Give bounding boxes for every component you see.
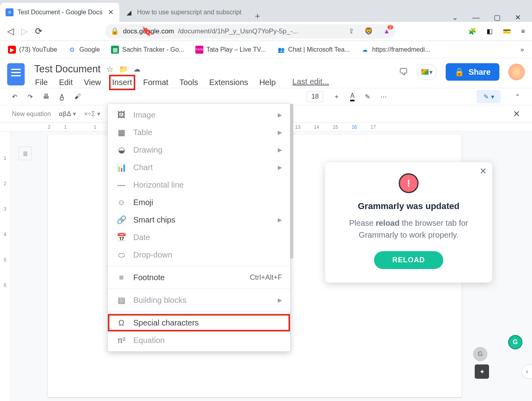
docs-logo-icon[interactable] xyxy=(7,63,25,85)
move-icon[interactable]: 📁 xyxy=(119,65,128,74)
font-size-inc-icon[interactable]: ＋ xyxy=(333,93,340,101)
forward-icon[interactable]: ▷ xyxy=(21,26,28,37)
menu-icon[interactable]: ≡ xyxy=(521,28,525,35)
menu-item-dropdown[interactable]: ⬭Drop-down xyxy=(108,246,290,263)
sidepanel-icon[interactable]: ◧ xyxy=(487,27,493,35)
outline-toggle-icon[interactable]: ≣ xyxy=(18,147,32,160)
vertical-ruler[interactable]: 123456 xyxy=(0,132,10,401)
document-title[interactable]: Test Document xyxy=(34,63,101,75)
bookmarks-bar: ▶(73) YouTube GGoogle ▦Sachin Tracker - … xyxy=(0,41,532,58)
menu-item-footnote[interactable]: ≡FootnoteCtrl+Alt+F xyxy=(108,269,290,286)
menu-extensions[interactable]: Extensions xyxy=(209,77,249,88)
menu-item-equation[interactable]: π²Equation xyxy=(108,331,290,349)
omega-icon: Ω xyxy=(117,318,126,327)
docs-favicon: ≡ xyxy=(6,8,14,16)
menu-file[interactable]: File xyxy=(34,77,49,88)
bookmark-tataplay[interactable]: TATATata Play – Live TV... xyxy=(195,46,266,54)
more-icon[interactable]: ⋯ xyxy=(380,93,387,101)
close-equation-toolbar-icon[interactable]: ✕ xyxy=(513,109,520,119)
account-avatar[interactable] xyxy=(508,64,525,80)
menu-item-image[interactable]: 🖼Image▶ xyxy=(108,106,290,124)
chevron-right-icon: ▶ xyxy=(278,129,282,136)
extensions-icon[interactable]: 🧩 xyxy=(468,27,476,35)
brave-shield-icon[interactable]: 🦁 xyxy=(364,27,373,35)
bookmarks-overflow-icon[interactable]: » xyxy=(520,46,524,53)
print-icon[interactable]: 🖶 xyxy=(43,93,49,100)
dropdown-icon: ⬭ xyxy=(117,250,126,260)
date-icon: 📅 xyxy=(117,232,126,242)
operators-menu[interactable]: ×÷Σ ▾ xyxy=(84,110,100,118)
close-icon[interactable]: ✕ xyxy=(108,8,114,17)
chevron-right-icon: ▶ xyxy=(278,217,282,223)
grammarly-fab-icon[interactable]: G xyxy=(508,335,522,349)
maximize-icon[interactable]: ▢ xyxy=(494,13,501,22)
last-edit-link[interactable]: Last edit... xyxy=(292,77,329,88)
menu-tools[interactable]: Tools xyxy=(179,77,199,88)
meet-button[interactable]: ▾ xyxy=(417,64,437,80)
spellcheck-icon[interactable]: A̲ xyxy=(60,93,64,101)
menu-item-emoji[interactable]: ☺Emoji xyxy=(108,194,290,211)
greek-letters-menu[interactable]: αβΔ ▾ xyxy=(59,110,76,118)
lock-icon: 🔒 xyxy=(111,27,119,35)
bookmark-icon[interactable]: 🔖 xyxy=(142,26,152,37)
menu-separator xyxy=(108,266,290,266)
redo-icon[interactable]: ↷ xyxy=(27,93,33,101)
back-icon[interactable]: ◁ xyxy=(7,26,14,37)
reload-icon[interactable]: ⟳ xyxy=(35,26,42,37)
new-tab-button[interactable]: ＋ xyxy=(250,10,265,22)
share-button[interactable]: 🔒Share xyxy=(446,63,499,81)
text-color-icon[interactable]: A xyxy=(350,92,355,101)
paint-format-icon[interactable]: 🖌 xyxy=(74,93,81,100)
menu-item-building-blocks[interactable]: ▤Building blocks▶ xyxy=(108,291,290,309)
reload-button[interactable]: RELOAD xyxy=(374,251,443,269)
minimize-icon[interactable]: — xyxy=(472,14,479,22)
menu-edit[interactable]: Edit xyxy=(58,77,73,88)
bookmark-google[interactable]: GGoogle xyxy=(68,46,100,54)
shortcut-label: Ctrl+Alt+F xyxy=(250,273,282,282)
menu-view[interactable]: View xyxy=(83,77,102,88)
footnote-icon: ≡ xyxy=(117,273,126,282)
menu-item-table[interactable]: ▦Table▶ xyxy=(108,124,290,141)
menu-item-special-characters[interactable]: ΩSpecial characters xyxy=(108,314,290,331)
collapse-toolbar-icon[interactable]: ⌃ xyxy=(515,93,520,101)
chevron-down-icon: ▾ xyxy=(491,93,494,101)
bookmark-sheets[interactable]: ▦Sachin Tracker - Go... xyxy=(111,46,184,54)
bookmark-onedrive[interactable]: ☁https://framedmedi... xyxy=(361,46,430,54)
cloud-status-icon[interactable]: ☁ xyxy=(133,65,140,74)
menu-item-drawing[interactable]: ◒Drawing▶ xyxy=(108,141,290,159)
menu-bar: File Edit View Insert Format Tools Exten… xyxy=(34,77,329,88)
bookmark-youtube[interactable]: ▶(73) YouTube xyxy=(8,46,57,54)
window-controls: ⌄ — ▢ ✕ xyxy=(452,13,532,22)
bookmark-teams[interactable]: 👥Chat | Microsoft Tea... xyxy=(277,46,350,54)
alert-icon: ! xyxy=(399,173,419,193)
menu-insert[interactable]: Insert xyxy=(111,77,133,88)
tab-active[interactable]: ≡ Test Document - Google Docs ✕ xyxy=(0,3,119,22)
undo-icon[interactable]: ↶ xyxy=(12,93,17,101)
grammarly-popup: ✕ ! Grammarly was updated Please reload … xyxy=(325,162,492,283)
wallet-icon[interactable]: 💳 xyxy=(503,27,511,35)
tab-inactive[interactable]: ◢ How to use superscript and subscript xyxy=(119,3,247,22)
new-equation-button[interactable]: New equation xyxy=(12,110,51,118)
menu-help[interactable]: Help xyxy=(259,77,277,88)
editing-mode-chip[interactable]: ✎▾ xyxy=(477,90,501,103)
grammarly-secondary-icon[interactable]: G xyxy=(473,347,487,361)
equation-icon: π² xyxy=(117,335,126,345)
font-size-box[interactable]: 18 xyxy=(307,91,323,102)
chart-icon: 📊 xyxy=(117,163,126,172)
close-window-icon[interactable]: ✕ xyxy=(515,13,521,22)
menu-item-smart-chips[interactable]: 🔗Smart chips▶ xyxy=(108,211,290,229)
menu-item-hline[interactable]: —Horizontal line xyxy=(108,176,290,194)
highlight-color-icon[interactable]: ✎ xyxy=(365,93,370,101)
menu-format[interactable]: Format xyxy=(142,77,169,88)
menu-item-chart[interactable]: 📊Chart▶ xyxy=(108,159,290,176)
tab-title: Test Document - Google Docs xyxy=(18,9,102,16)
star-icon[interactable]: ☆ xyxy=(106,64,113,74)
comments-icon[interactable]: 🗨 xyxy=(399,66,408,77)
tab-search-icon[interactable]: ⌄ xyxy=(452,13,458,22)
hline-icon: — xyxy=(117,180,126,190)
close-icon[interactable]: ✕ xyxy=(479,166,487,176)
explore-button[interactable]: ✦ xyxy=(475,364,489,379)
share-url-icon[interactable]: ⇪ xyxy=(349,27,354,35)
menu-item-date[interactable]: 📅Date xyxy=(108,229,290,246)
brave-rewards-icon[interactable]: ▲2 xyxy=(383,27,390,35)
